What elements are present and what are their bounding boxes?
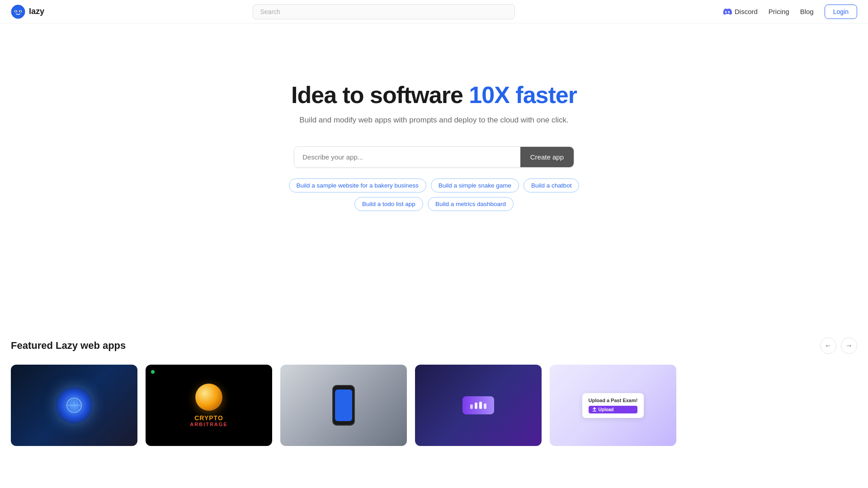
search-input[interactable] xyxy=(253,4,515,19)
carousel-nav: ← → xyxy=(820,338,857,354)
pricing-link[interactable]: Pricing xyxy=(769,8,789,15)
exam-card-title: Upload a Past Exam! xyxy=(589,398,638,403)
logo-label: lazy xyxy=(29,7,44,16)
exam-upload-card: Upload a Past Exam! Upload xyxy=(582,393,644,418)
create-app-button[interactable]: Create app xyxy=(520,147,574,167)
lazy-logo-icon xyxy=(11,5,25,19)
svg-rect-10 xyxy=(475,403,477,409)
header: lazy Discord Pricing Blog Login xyxy=(0,0,868,23)
phone-screen xyxy=(335,389,352,421)
blog-link[interactable]: Blog xyxy=(800,8,814,15)
card-5-bg: Upload a Past Exam! Upload xyxy=(550,365,676,446)
hero-title-plain: Idea to software xyxy=(291,82,469,108)
svg-rect-13 xyxy=(593,411,596,412)
login-button[interactable]: Login xyxy=(825,5,857,19)
hero-section: Idea to software 10X faster Build and mo… xyxy=(0,0,868,238)
pricing-label: Pricing xyxy=(769,8,789,15)
card-2-bg: CRYPTO ARBITRAGE xyxy=(146,365,272,446)
featured-card-3[interactable] xyxy=(280,365,407,446)
live-indicator xyxy=(151,370,155,374)
exam-upload-btn-visual: Upload xyxy=(589,406,638,413)
svg-rect-9 xyxy=(470,404,473,409)
crypto-title: CRYPTO xyxy=(194,414,223,422)
card-3-bg xyxy=(280,365,407,446)
hero-title: Idea to software 10X faster xyxy=(291,81,577,108)
globe-icon xyxy=(65,396,83,414)
carousel-next-button[interactable]: → xyxy=(841,338,857,354)
phone-mockup-visual xyxy=(332,385,355,426)
card-4-bg xyxy=(415,365,542,446)
featured-header: Featured Lazy web apps ← → xyxy=(11,338,857,354)
featured-card-2[interactable]: CRYPTO ARBITRAGE xyxy=(146,365,272,446)
hero-subtitle: Build and modify web apps with prompts a… xyxy=(299,116,568,125)
svg-point-4 xyxy=(20,10,21,12)
svg-rect-11 xyxy=(479,402,482,409)
featured-section: Featured Lazy web apps ← → xyxy=(0,338,868,446)
crypto-subtitle: ARBITRAGE xyxy=(190,422,227,427)
card-1-bg xyxy=(11,365,137,446)
featured-card-4[interactable] xyxy=(415,365,542,446)
suggestion-pill-metrics[interactable]: Build a metrics dashboard xyxy=(428,197,514,211)
carousel-prev-button[interactable]: ← xyxy=(820,338,836,354)
discord-link[interactable]: Discord xyxy=(723,7,758,16)
suggestion-pill-bakery[interactable]: Build a sample website for a bakery busi… xyxy=(289,178,426,192)
suggestion-pill-todo[interactable]: Build a todo list app xyxy=(354,197,423,211)
app-describe-input[interactable] xyxy=(294,147,520,167)
crypto-coin-visual xyxy=(195,384,222,411)
purple-dash-visual xyxy=(462,396,494,414)
suggestion-pill-chatbot[interactable]: Build a chatbot xyxy=(524,178,579,192)
featured-title: Featured Lazy web apps xyxy=(11,340,126,352)
featured-card-1[interactable] xyxy=(11,365,137,446)
suggestion-pills: Build a sample website for a bakery busi… xyxy=(276,178,592,211)
svg-point-3 xyxy=(15,10,17,12)
discord-label: Discord xyxy=(735,8,758,15)
svg-rect-12 xyxy=(484,404,486,409)
suggestion-pill-snake[interactable]: Build a simple snake game xyxy=(431,178,519,192)
featured-card-5[interactable]: Upload a Past Exam! Upload xyxy=(550,365,676,446)
featured-cards-row: CRYPTO ARBITRAGE xyxy=(11,365,857,446)
blog-label: Blog xyxy=(800,8,814,15)
nav-links: Discord Pricing Blog Login xyxy=(723,5,857,19)
dashboard-bars-icon xyxy=(469,401,487,410)
logo[interactable]: lazy xyxy=(11,5,44,19)
app-input-container: Create app xyxy=(294,146,574,168)
tech-globe-visual xyxy=(56,387,92,423)
svg-point-0 xyxy=(11,5,25,19)
hero-title-highlight: 10X faster xyxy=(469,82,577,108)
discord-icon xyxy=(723,7,732,16)
search-container xyxy=(253,4,515,19)
upload-icon xyxy=(592,407,597,412)
